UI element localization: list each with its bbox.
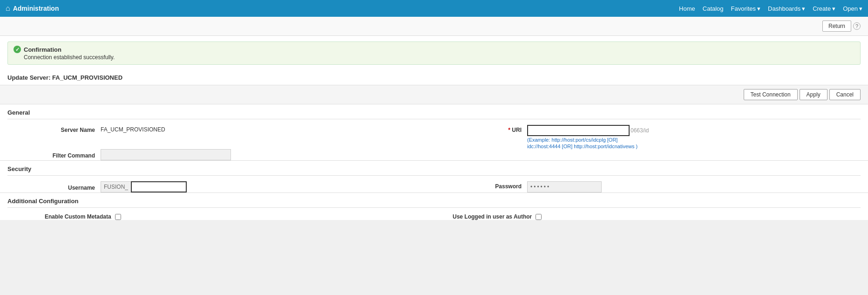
uri-suffix: 0663/id	[630, 127, 649, 134]
filter-command-field	[101, 149, 434, 160]
username-suffix-input[interactable]	[131, 181, 187, 192]
username-with-prefix: FUSION_	[101, 181, 434, 192]
use-logged-in-user-label: Use Logged in user as Author	[453, 213, 532, 220]
general-section: General Server Name FA_UCM_PROVISIONED *…	[0, 104, 868, 160]
general-section-header: General	[7, 104, 861, 119]
enable-custom-metadata-label: Enable Custom Metadata	[45, 213, 111, 220]
filter-command-input[interactable]	[101, 149, 231, 160]
confirmation-box: ✓ Confirmation Connection established su…	[7, 41, 861, 65]
additional-options-row: Enable Custom Metadata Use Logged in use…	[7, 213, 861, 220]
password-input[interactable]	[527, 181, 602, 192]
top-nav: ⌂ Administration Home Catalog Favorites▾…	[0, 0, 868, 17]
update-server-title: Update Server: FA_UCM_PROVISIONED	[0, 70, 868, 85]
nav-create[interactable]: Create▾	[813, 5, 835, 12]
apply-button[interactable]: Apply	[800, 89, 827, 100]
username-password-row: Username FUSION_ Password	[7, 181, 861, 192]
nav-open[interactable]: Open▾	[843, 5, 862, 12]
nav-home[interactable]: Home	[679, 5, 695, 12]
password-field	[527, 181, 861, 192]
cancel-button[interactable]: Cancel	[829, 89, 861, 100]
help-icon[interactable]: ?	[853, 22, 861, 30]
username-label: Username	[7, 183, 101, 191]
return-button[interactable]: Return	[822, 21, 851, 32]
home-icon[interactable]: ⌂	[6, 4, 10, 13]
use-logged-in-user-checkbox[interactable]	[536, 214, 542, 220]
password-label: Password	[434, 181, 527, 190]
nav-dashboards[interactable]: Dashboards▾	[768, 5, 805, 12]
server-name-value: FA_UCM_PROVISIONED	[101, 126, 165, 133]
server-name-field: FA_UCM_PROVISIONED	[101, 126, 434, 133]
test-connection-button[interactable]: Test Connection	[744, 89, 798, 100]
security-section-header: Security	[7, 161, 861, 176]
header-bar: Return ?	[0, 17, 868, 36]
app-title: Administration	[13, 5, 59, 12]
nav-favorites[interactable]: Favorites▾	[731, 5, 760, 12]
confirmation-message: Connection established successfully.	[14, 54, 854, 61]
username-field: FUSION_	[101, 181, 434, 192]
username-prefix: FUSION_	[101, 181, 131, 192]
uri-field: 0663/id (Example: http://host:port/cs/id…	[527, 125, 861, 149]
server-name-label: Server Name	[7, 125, 101, 133]
security-section: Security Username FUSION_ Password	[0, 161, 868, 192]
main-content: Return ? ✓ Confirmation Connection estab…	[0, 17, 868, 220]
uri-example-line2: idc://host:4444 [OR] http://host:port/id…	[527, 144, 861, 149]
filter-command-label: Filter Command	[7, 151, 101, 159]
uri-input[interactable]	[527, 125, 630, 136]
action-bar: Test Connection Apply Cancel	[0, 85, 868, 104]
additional-section-header: Additional Configuration	[7, 193, 861, 208]
confirmation-title: ✓ Confirmation	[14, 46, 854, 53]
additional-config-section: Additional Configuration Enable Custom M…	[0, 193, 868, 220]
uri-example-line1: (Example: http://host:port/cs/idcplg [OR…	[527, 137, 861, 143]
nav-catalog[interactable]: Catalog	[703, 5, 724, 12]
server-name-uri-row: Server Name FA_UCM_PROVISIONED * URI 066…	[7, 125, 861, 149]
uri-label: * URI	[434, 125, 527, 133]
enable-custom-metadata-checkbox[interactable]	[115, 214, 121, 220]
check-icon: ✓	[14, 46, 21, 53]
nav-links: Home Catalog Favorites▾ Dashboards▾ Crea…	[679, 5, 862, 12]
filter-command-row: Filter Command	[7, 149, 861, 160]
